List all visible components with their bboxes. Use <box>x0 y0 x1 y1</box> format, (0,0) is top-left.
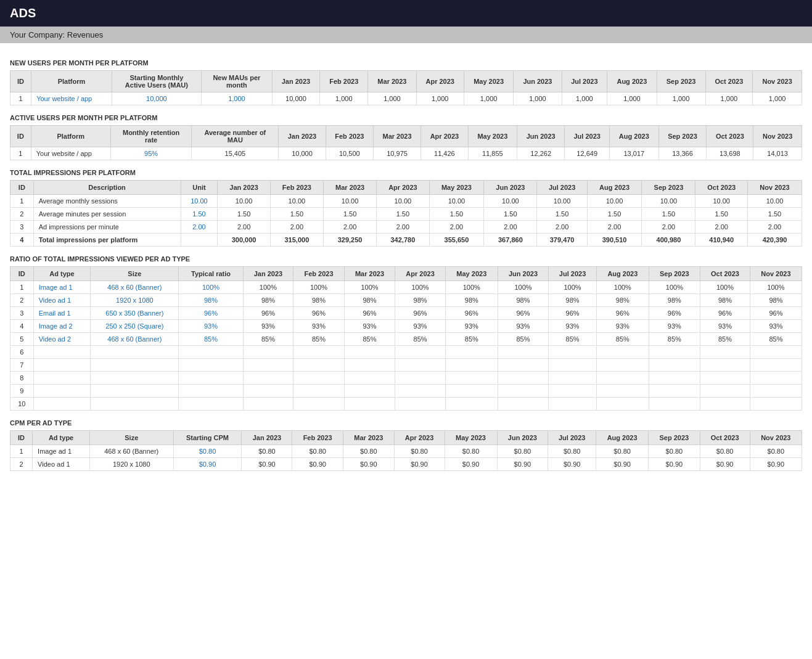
table-row-bold: 4 Total impressions per platform 300,000… <box>10 234 802 247</box>
col-jul23: Jul 2023 <box>562 71 607 92</box>
table-row: 7 <box>10 359 802 372</box>
col-aug23: Aug 2023 <box>607 71 657 92</box>
col-new-mau: New MAUs permonth <box>202 71 273 92</box>
total-impressions-title: TOTAL IMPRESSIONS PER PLATFORM <box>10 169 802 176</box>
table-row: 1 Your website / app 10,000 1,000 10,000… <box>10 92 802 105</box>
aug-val: 1,000 <box>607 92 657 105</box>
row-id: 1 <box>10 92 31 105</box>
col-id: ID <box>10 126 31 147</box>
ratio-table: ID Ad type Size Typical ratio Jan 2023 F… <box>10 266 802 411</box>
ratio-title: RATIO OF TOTAL IMPRESSIONS VIEWED PER AD… <box>10 255 802 263</box>
col-id: ID <box>10 71 31 92</box>
col-platform: Platform <box>31 71 112 92</box>
jun-val: 1,000 <box>514 92 562 105</box>
sep-val: 1,000 <box>657 92 705 105</box>
col-mar23: Mar 2023 <box>368 71 416 92</box>
active-users-table: ID Platform Monthly retentionrate Averag… <box>10 125 802 160</box>
new-mau: 1,000 <box>202 92 273 105</box>
company-subtitle: Your Company: Revenues <box>10 30 103 39</box>
jan-val: 10,000 <box>272 92 319 105</box>
jul-val: 1,000 <box>562 92 607 105</box>
col-retention: Monthly retentionrate <box>110 126 192 147</box>
table-row: 9 <box>10 385 802 398</box>
table-row: 5 Video ad 2 468 x 60 (Banner) 85% 85%85… <box>10 333 802 346</box>
table-row: 1 Image ad 1 468 x 60 (Banner) $0.80 $0.… <box>10 445 802 458</box>
platform-name: Your website / app <box>31 92 112 105</box>
feb-val: 1,000 <box>320 92 368 105</box>
table-row: 3 Ad impressions per minute 2.00 2.002.0… <box>10 221 802 234</box>
col-avg-mau: Average number ofMAU <box>192 126 279 147</box>
col-oct23: Oct 2023 <box>705 71 753 92</box>
header-bar: ADS <box>0 0 812 27</box>
table-row: 6 <box>10 346 802 359</box>
new-users-table: ID Platform Starting MonthlyActive Users… <box>10 70 802 105</box>
mar-val: 1,000 <box>368 92 416 105</box>
may-val: 1,000 <box>464 92 513 105</box>
cpm-title: CPM PER AD TYPE <box>10 419 802 427</box>
col-platform: Platform <box>31 126 110 147</box>
nov-val: 1,000 <box>753 92 802 105</box>
col-mau: Starting MonthlyActive Users (MAU) <box>112 71 201 92</box>
table-row: 10 <box>10 398 802 411</box>
table-row: 3 Email ad 1 650 x 350 (Banner) 96% 96%9… <box>10 307 802 320</box>
table-row: 1 Your website / app 95% 15,405 10,000 1… <box>10 147 802 160</box>
table-row: 1 Image ad 1 468 x 60 (Banner) 100% 100%… <box>10 281 802 294</box>
table-row: 2 Video ad 1 1920 x 1080 98% 98%98%98%98… <box>10 294 802 307</box>
oct-val: 1,000 <box>705 92 753 105</box>
new-users-title: NEW USERS PER MONTH PER PLATFORM <box>10 59 802 67</box>
table-row: 2 Average minutes per session 1.50 1.501… <box>10 208 802 221</box>
apr-val: 1,000 <box>416 92 464 105</box>
sub-header: Your Company: Revenues <box>0 27 812 43</box>
col-sep23: Sep 2023 <box>657 71 705 92</box>
total-impressions-table: ID Description Unit Jan 2023 Feb 2023 Ma… <box>10 180 802 247</box>
col-jun23: Jun 2023 <box>514 71 562 92</box>
app-title: ADS <box>10 6 36 20</box>
active-users-title: ACTIVE USERS PER MONTH PER PLATFORM <box>10 114 802 121</box>
table-row: 1 Average monthly sessions 10.00 10.0010… <box>10 195 802 208</box>
table-row: 4 Image ad 2 250 x 250 (Square) 93% 93%9… <box>10 320 802 333</box>
col-may23: May 2023 <box>464 71 513 92</box>
table-row: 8 <box>10 372 802 385</box>
col-nov23: Nov 2023 <box>753 71 802 92</box>
starting-mau: 10,000 <box>112 92 201 105</box>
col-feb23: Feb 2023 <box>320 71 368 92</box>
col-jan23: Jan 2023 <box>272 71 319 92</box>
cpm-table: ID Ad type Size Starting CPM Jan 2023 Fe… <box>10 430 802 471</box>
table-row: 2 Video ad 1 1920 x 1080 $0.90 $0.90$0.9… <box>10 458 802 471</box>
col-apr23: Apr 2023 <box>416 71 464 92</box>
